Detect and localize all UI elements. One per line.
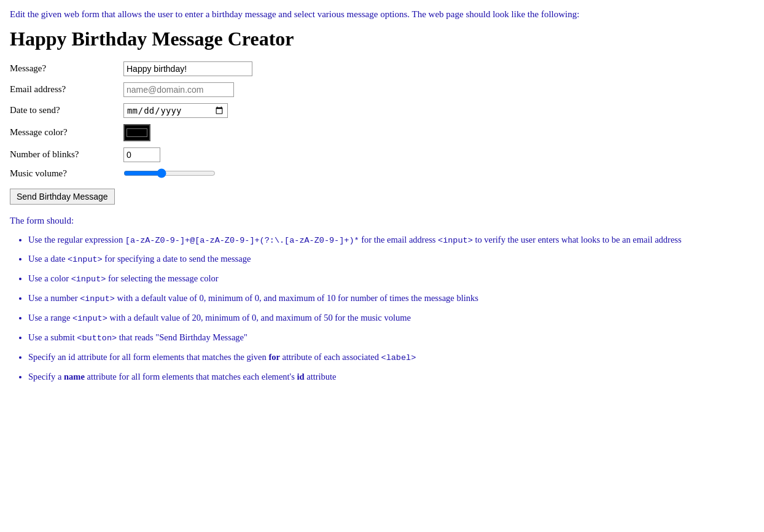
list-item: Use a number <input> with a default valu…	[28, 291, 754, 307]
email-row: Email address?	[10, 82, 754, 97]
regex-code: [a-zA-Z0-9-]+@[a-zA-Z0-9-]+(?:\.[a-zA-Z0…	[125, 236, 359, 245]
date-row: Date to send?	[10, 103, 754, 118]
volume-label: Music volume?	[10, 168, 123, 179]
color-input[interactable]	[123, 124, 150, 141]
birthday-form: Message? Email address? Date to send? Me…	[10, 61, 754, 205]
list-item: Use a color <input> for selecting the me…	[28, 271, 754, 287]
list-item: Use a date <input> for specifying a date…	[28, 251, 754, 267]
message-row: Message?	[10, 61, 754, 76]
page-title: Happy Birthday Message Creator	[10, 28, 754, 50]
list-item: Use a range <input> with a default value…	[28, 310, 754, 326]
button-code: <button>	[77, 334, 117, 343]
message-label: Message?	[10, 63, 123, 74]
input-code-2: <input>	[68, 255, 103, 264]
date-input[interactable]	[123, 103, 228, 118]
list-item: Use the regular expression [a-zA-Z0-9-]+…	[28, 232, 754, 248]
color-label: Message color?	[10, 127, 123, 138]
email-label: Email address?	[10, 84, 123, 95]
submit-button[interactable]: Send Birthday Message	[10, 189, 115, 205]
email-input[interactable]	[123, 82, 234, 97]
input-code-4: <input>	[80, 294, 115, 303]
blinks-label: Number of blinks?	[10, 149, 123, 160]
requirements-list: Use the regular expression [a-zA-Z0-9-]+…	[28, 232, 754, 385]
list-item: Specify an id attribute for all form ele…	[28, 350, 754, 366]
requirements-heading: The form should:	[10, 216, 754, 226]
input-code-1: <input>	[438, 236, 473, 245]
name-bold: name	[64, 372, 85, 381]
volume-row: Music volume?	[10, 168, 754, 179]
color-row: Message color?	[10, 124, 754, 141]
volume-input[interactable]	[123, 168, 216, 178]
input-code-3: <input>	[71, 275, 106, 284]
label-code: <label>	[381, 353, 416, 362]
list-item: Specify a name attribute for all form el…	[28, 369, 754, 385]
message-input[interactable]	[123, 61, 252, 76]
input-code-5: <input>	[72, 314, 107, 323]
intro-text: Edit the given web form that allows the …	[10, 7, 754, 22]
blinks-input[interactable]	[123, 147, 160, 162]
list-item: Use a submit <button> that reads "Send B…	[28, 330, 754, 346]
id-bold: id	[297, 372, 304, 381]
blinks-row: Number of blinks?	[10, 147, 754, 162]
for-bold: for	[268, 352, 280, 362]
date-label: Date to send?	[10, 105, 123, 115]
